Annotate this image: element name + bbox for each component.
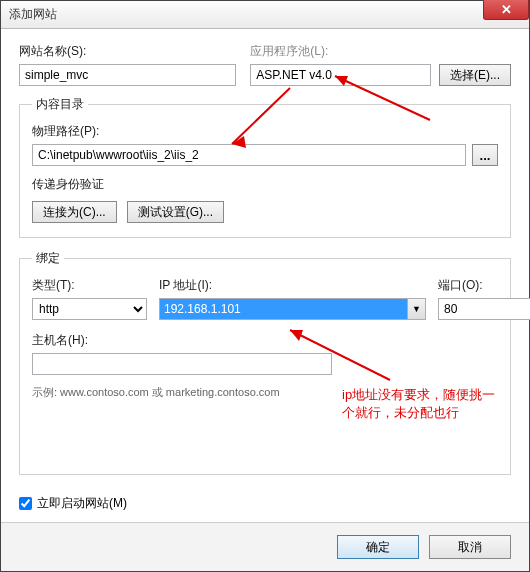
test-settings-button[interactable]: 测试设置(G)... <box>127 201 224 223</box>
site-name-input[interactable] <box>19 64 236 86</box>
port-label: 端口(O): <box>438 277 498 294</box>
cancel-button[interactable]: 取消 <box>429 535 511 559</box>
dialog-content: 网站名称(S): 应用程序池(L): 选择(E)... 内容目录 物理路径(P)… <box>1 29 529 522</box>
connect-as-button[interactable]: 连接为(C)... <box>32 201 117 223</box>
ip-combo[interactable]: ▼ <box>159 298 426 320</box>
dialog-window: 添加网站 ✕ 网站名称(S): 应用程序池(L): 选择(E)... 内容目录 … <box>0 0 530 572</box>
ok-button[interactable]: 确定 <box>337 535 419 559</box>
window-title: 添加网站 <box>9 6 57 23</box>
titlebar: 添加网站 ✕ <box>1 1 529 29</box>
chevron-down-icon[interactable]: ▼ <box>407 299 425 319</box>
type-select[interactable]: http <box>32 298 147 320</box>
type-label: 类型(T): <box>32 277 147 294</box>
physical-path-input[interactable] <box>32 144 466 166</box>
binding-fieldset: 绑定 类型(T): http IP 地址(I): ▼ 端口(O): <box>19 250 511 475</box>
ip-label: IP 地址(I): <box>159 277 426 294</box>
close-button[interactable]: ✕ <box>483 0 529 20</box>
hostname-label: 主机名(H): <box>32 332 498 349</box>
pass-auth-label: 传递身份验证 <box>32 176 498 193</box>
app-pool-group: 应用程序池(L): 选择(E)... <box>250 43 511 86</box>
start-now-label: 立即启动网站(M) <box>37 495 127 512</box>
app-pool-label: 应用程序池(L): <box>250 43 511 60</box>
physical-path-label: 物理路径(P): <box>32 123 498 140</box>
ip-group: IP 地址(I): ▼ <box>159 277 426 320</box>
port-input[interactable] <box>438 298 530 320</box>
close-icon: ✕ <box>501 2 512 17</box>
start-now-checkbox[interactable] <box>19 497 32 510</box>
hostname-group: 主机名(H): <box>32 332 498 375</box>
select-pool-button[interactable]: 选择(E)... <box>439 64 511 86</box>
port-group: 端口(O): <box>438 277 498 320</box>
browse-button[interactable]: ... <box>472 144 498 166</box>
site-name-group: 网站名称(S): <box>19 43 236 86</box>
app-pool-input <box>250 64 431 86</box>
binding-legend: 绑定 <box>32 250 64 267</box>
hostname-input[interactable] <box>32 353 332 375</box>
site-name-label: 网站名称(S): <box>19 43 236 60</box>
example-text: 示例: www.contoso.com 或 marketing.contoso.… <box>32 385 498 400</box>
ip-input[interactable] <box>160 299 407 319</box>
ellipsis-icon: ... <box>479 148 490 163</box>
dialog-footer: 确定 取消 <box>1 522 529 571</box>
type-group: 类型(T): http <box>32 277 147 320</box>
start-now-row: 立即启动网站(M) <box>19 495 511 512</box>
content-dir-fieldset: 内容目录 物理路径(P): ... 传递身份验证 连接为(C)... 测试设置(… <box>19 96 511 238</box>
content-dir-legend: 内容目录 <box>32 96 88 113</box>
